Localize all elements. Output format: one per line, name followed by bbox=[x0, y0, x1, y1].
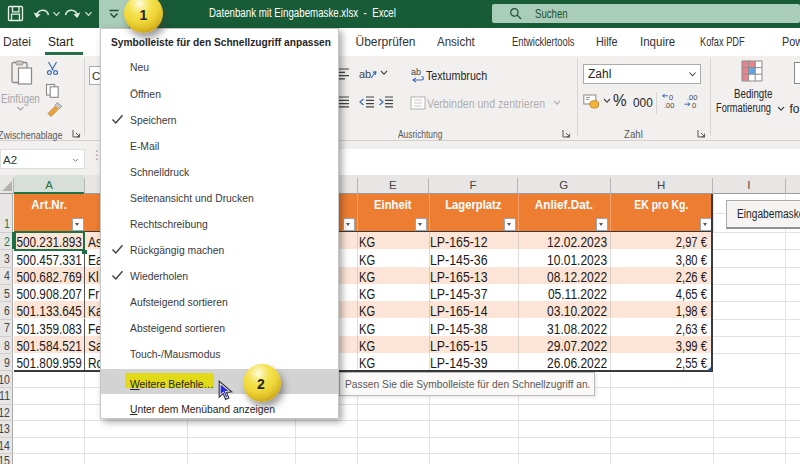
svg-text:ab: ab bbox=[411, 67, 421, 77]
svg-text:.00: .00 bbox=[664, 101, 674, 110]
svg-text:ab: ab bbox=[359, 68, 371, 80]
svg-text:0: 0 bbox=[692, 101, 696, 110]
